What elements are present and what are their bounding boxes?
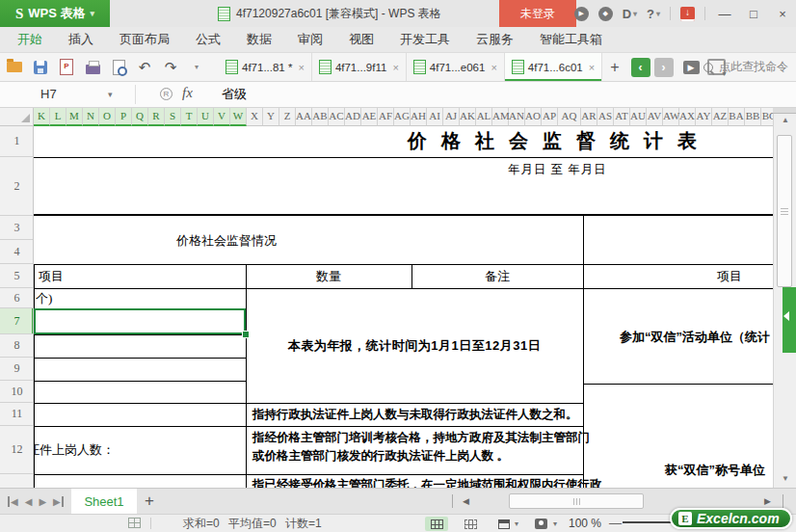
close-tab-icon[interactable]: × — [392, 62, 398, 73]
menu-tab-视图[interactable]: 视图 — [349, 31, 374, 48]
region-icon[interactable]: R — [160, 88, 172, 100]
insert-function-button[interactable]: fx — [182, 85, 193, 101]
feedback-icon[interactable]: ▶ — [574, 7, 589, 21]
column-header-AJ[interactable]: AJ — [443, 108, 460, 126]
column-header-Z[interactable]: Z — [279, 108, 296, 126]
normal-view-button[interactable] — [425, 517, 448, 531]
doc-tab-1[interactable]: 4f71...81 *× — [219, 53, 312, 81]
column-header-R[interactable]: R — [148, 108, 165, 126]
column-header-S[interactable]: S — [165, 108, 181, 126]
column-header-BB[interactable]: BB — [745, 108, 761, 126]
menu-tab-云服务[interactable]: 云服务 — [476, 31, 514, 48]
help-button[interactable]: ? ▾ — [647, 7, 660, 21]
save-button[interactable] — [32, 59, 49, 76]
cell-grid[interactable]: 价格社会监督统计表 年月日 至 年月日 价格社会监督情况 项目 数量 备注 项目… — [34, 126, 773, 488]
row-header-2[interactable]: 2 — [0, 157, 34, 216]
column-header-Q[interactable]: Q — [132, 108, 148, 126]
column-header-AT[interactable]: AT — [614, 108, 630, 126]
close-button[interactable]: × — [773, 7, 792, 21]
print-preview-button[interactable] — [110, 59, 127, 76]
row-header-9[interactable]: 9 — [0, 358, 34, 381]
formula-input[interactable]: 省级 — [222, 82, 247, 107]
login-button[interactable]: 未登录 — [499, 0, 576, 27]
chevron-down-icon[interactable]: ▾ — [553, 519, 557, 528]
menu-tab-插入[interactable]: 插入 — [68, 31, 93, 48]
column-header-AI[interactable]: AI — [427, 108, 443, 126]
menu-tab-开发工具[interactable]: 开发工具 — [400, 31, 450, 48]
scroll-left-icon[interactable]: ◀ — [463, 489, 469, 514]
column-header-K[interactable]: K — [34, 108, 50, 126]
doc-tab-3[interactable]: 4f71...e061× — [407, 53, 505, 81]
row-header-8[interactable]: 8 — [0, 334, 34, 358]
download-icon[interactable]: ↓ — [680, 7, 695, 21]
undo-button[interactable]: ↶ — [136, 59, 153, 76]
column-header-AS[interactable]: AS — [597, 108, 614, 126]
column-header-Y[interactable]: Y — [263, 108, 279, 126]
column-header-AK[interactable]: AK — [460, 108, 476, 126]
column-header-X[interactable]: X — [247, 108, 263, 126]
select-all-corner[interactable] — [0, 108, 34, 126]
menu-tab-审阅[interactable]: 审阅 — [298, 31, 323, 48]
sheet-tab-sheet1[interactable]: Sheet1 — [71, 489, 137, 514]
column-header-AF[interactable]: AF — [378, 108, 394, 126]
column-header-AZ[interactable]: AZ — [712, 108, 729, 126]
skin-switch-button[interactable]: D ▾ — [623, 7, 637, 21]
add-sheet-button[interactable]: + — [145, 489, 154, 514]
row-header-1[interactable]: 1 — [0, 126, 34, 157]
doc-tab-2[interactable]: 4f71...9f11× — [312, 53, 407, 81]
column-header-V[interactable]: V — [214, 108, 230, 126]
column-header-N[interactable]: N — [83, 108, 99, 126]
row-header-6[interactable]: 6 — [0, 288, 34, 308]
column-header-AM[interactable]: AM — [492, 108, 509, 126]
column-header-AX[interactable]: AX — [679, 108, 696, 126]
column-header-BA[interactable]: BA — [729, 108, 745, 126]
column-header-AQ[interactable]: AQ — [558, 108, 581, 126]
page-layout-view-button[interactable] — [492, 517, 516, 531]
close-tab-icon[interactable]: × — [589, 62, 595, 73]
zoom-out-button[interactable]: — — [609, 515, 622, 532]
forward-button[interactable]: › — [654, 58, 674, 77]
menu-tab-智能工具箱[interactable]: 智能工具箱 — [540, 31, 602, 48]
name-box[interactable]: H7 — [0, 82, 135, 107]
column-header-AR[interactable]: AR — [581, 108, 597, 126]
scroll-down-icon[interactable]: ▼ — [774, 474, 796, 483]
export-pdf-button[interactable]: P — [58, 59, 75, 76]
column-header-AO[interactable]: AO — [525, 108, 542, 126]
row-header-11[interactable]: 11 — [0, 403, 34, 426]
print-button[interactable] — [84, 59, 101, 76]
column-header-AP[interactable]: AP — [542, 108, 558, 126]
column-header-W[interactable]: W — [230, 108, 247, 126]
row-header-12[interactable]: 12 — [0, 426, 34, 474]
prev-sheet-icon[interactable]: ◀ — [25, 496, 33, 507]
horizontal-scroll-thumb[interactable] — [509, 493, 644, 509]
column-header-AA[interactable]: AA — [296, 108, 312, 126]
column-header-BC[interactable]: BC — [761, 108, 773, 126]
wps-logo[interactable]: S WPS 表格 ▾ — [0, 0, 110, 27]
column-header-AE[interactable]: AE — [361, 108, 378, 126]
chevron-down-icon[interactable]: ▾ — [108, 82, 113, 107]
maximize-button[interactable]: □ — [744, 7, 763, 21]
split-handle[interactable] — [773, 108, 796, 114]
last-sheet-icon[interactable]: ▶ — [53, 496, 64, 507]
play-window-icon[interactable]: ▶ — [683, 61, 700, 74]
row-header-7[interactable]: 7 — [0, 308, 34, 334]
menu-tab-页面布局[interactable]: 页面布局 — [119, 31, 170, 48]
column-header-U[interactable]: U — [198, 108, 214, 126]
column-header-AY[interactable]: AY — [696, 108, 712, 126]
back-button[interactable]: ‹ — [631, 58, 650, 77]
customize-toolbar-button[interactable]: ▾ — [188, 59, 205, 76]
column-header-O[interactable]: O — [99, 108, 116, 126]
row-header-10[interactable]: 10 — [0, 381, 34, 403]
column-header-AB[interactable]: AB — [312, 108, 329, 126]
column-header-AD[interactable]: AD — [345, 108, 361, 126]
new-tab-button[interactable]: + — [602, 53, 626, 81]
close-tab-icon[interactable]: × — [298, 62, 304, 73]
column-header-AG[interactable]: AG — [394, 108, 411, 126]
column-header-AL[interactable]: AL — [476, 108, 492, 126]
column-header-AH[interactable]: AH — [411, 108, 427, 126]
column-header-L[interactable]: L — [50, 108, 66, 126]
active-cell-selection[interactable] — [34, 308, 246, 334]
column-header-T[interactable]: T — [181, 108, 198, 126]
member-icon[interactable]: ◆ — [598, 7, 613, 21]
column-header-M[interactable]: M — [66, 108, 83, 126]
